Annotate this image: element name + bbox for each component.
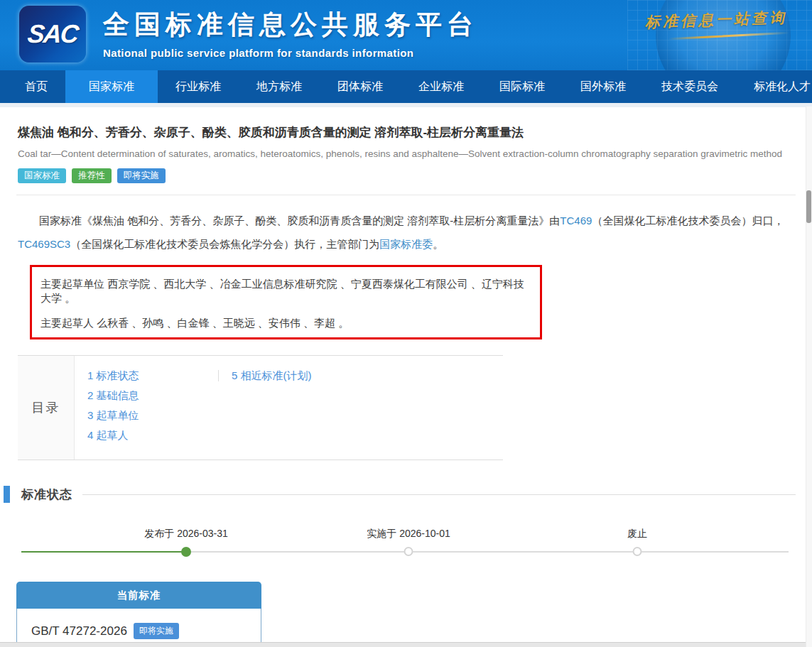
timeline-dot-abolished[interactable]	[633, 547, 642, 556]
intro-text-2: （全国煤化工标准化技术委员会）归口，	[592, 214, 784, 227]
drafting-people-line: 主要起草人 么秋香 、孙鸣 、白金锋 、王晓远 、安伟伟 、李超 。	[40, 316, 531, 330]
section-accent-bar	[4, 486, 10, 503]
drafting-units-label: 主要起草单位	[40, 278, 104, 290]
intro-paragraph: 国家标准《煤焦油 饱和分、芳香分、杂原子、酚类、胶质和沥青质含量的测定 溶剂萃取…	[18, 209, 794, 256]
table-of-contents: 目录 1 标准状态 2 基础信息 3 起草单位 4 起草人 5 相近标准(计划)	[18, 355, 503, 460]
toc-item-basic-info[interactable]: 2 基础信息	[87, 390, 218, 401]
section-heading-rule	[82, 494, 796, 495]
nav-item-local-standards[interactable]: 地方标准	[239, 70, 320, 103]
main-content: 煤焦油 饱和分、芳香分、杂原子、酚类、胶质和沥青质含量的测定 溶剂萃取-柱层析分…	[0, 124, 812, 647]
site-title-cn: 全国标准信息公共服务平台	[103, 7, 478, 43]
status-timeline: 发布于 2026-03-31 实施于 2026-10-01 废止	[21, 511, 789, 565]
drafting-people-label: 主要起草人	[40, 317, 94, 329]
nav-item-foreign-standards[interactable]: 国外标准	[563, 70, 644, 103]
nav-item-technical-committees[interactable]: 技术委员会	[644, 70, 736, 103]
standard-code-link[interactable]: GB/T 47272-2026	[31, 624, 127, 638]
standard-title-en: Coal tar—Content determination of satura…	[18, 147, 794, 161]
toc-column-1: 1 标准状态 2 基础信息 3 起草单位 4 起草人	[87, 370, 218, 441]
intro-text-1: 国家标准《煤焦油 饱和分、芳香分、杂原子、酚类、胶质和沥青质含量的测定 溶剂萃取…	[39, 214, 560, 227]
nav-separator	[0, 103, 812, 107]
nav-item-enterprise-standards[interactable]: 企业标准	[401, 70, 482, 103]
bottom-edge-band	[0, 642, 812, 647]
nav-item-industry-standards[interactable]: 行业标准	[158, 70, 239, 103]
sac-authority-link[interactable]: 国家标准委	[379, 238, 433, 250]
timeline-label-abolished: 废止	[627, 528, 647, 540]
tc469sc3-link[interactable]: TC469SC3	[18, 238, 70, 250]
nav-item-standardization-talent[interactable]: 标准化人才	[736, 70, 812, 103]
toc-body: 1 标准状态 2 基础信息 3 起草单位 4 起草人 5 相近标准(计划)	[75, 356, 503, 460]
badge-recommended: 推荐性	[72, 168, 112, 183]
toc-column-2: 5 相近标准(计划)	[218, 370, 312, 381]
timeline-label-implemented: 实施于 2026-10-01	[367, 528, 450, 540]
sac-logo[interactable]: SAC	[19, 6, 86, 62]
site-title-en: National public service platform for sta…	[103, 47, 478, 59]
timeline-dot-implemented[interactable]	[404, 547, 413, 556]
drafting-units-line: 主要起草单位 西京学院 、西北大学 、冶金工业信息标准研究院 、宁夏西泰煤化工有…	[40, 277, 531, 305]
sac-logo-text: SAC	[26, 19, 79, 49]
toc-item-drafting-units[interactable]: 3 起草单位	[87, 410, 218, 421]
drafting-units-value: 西京学院 、西北大学 、冶金工业信息标准研究院 、宁夏西泰煤化工有限公司 、辽宁…	[40, 278, 524, 304]
nav-item-group-standards[interactable]: 团体标准	[320, 70, 401, 103]
scrollbar-thumb[interactable]	[806, 190, 811, 223]
intro-text-3: （全国煤化工标准化技术委员会炼焦化学分会）执行，主管部门为	[70, 238, 379, 250]
current-standard-card: 当前标准 GB/T 47272-2026 即将实施 煤焦油 饱和分、芳香分、杂原…	[16, 582, 261, 647]
nav-item-international-standards[interactable]: 国际标准	[482, 70, 563, 103]
timeline-label-published: 发布于 2026-03-31	[144, 528, 228, 540]
tc469-link[interactable]: TC469	[560, 214, 592, 227]
site-header: SAC 全国标准信息公共服务平台 National public service…	[0, 0, 812, 70]
current-standard-card-body: GB/T 47272-2026 即将实施 煤焦油 饱和分、芳香分、杂原子、酚类、…	[16, 609, 261, 647]
drafting-highlight-box: 主要起草单位 西京学院 、西北大学 、冶金工业信息标准研究院 、宁夏西泰煤化工有…	[30, 265, 542, 339]
drafting-people-value: 么秋香 、孙鸣 、白金锋 、王晓远 、安伟伟 、李超 。	[97, 317, 349, 329]
main-nav: 首页 国家标准 行业标准 地方标准 团体标准 企业标准 国际标准 国外标准 技术…	[0, 70, 812, 103]
badge-national-standard: 国家标准	[18, 168, 66, 183]
card-badge-upcoming: 即将实施	[134, 623, 179, 639]
toc-item-standard-status[interactable]: 1 标准状态	[87, 370, 218, 381]
timeline-progress	[21, 551, 186, 553]
badge-upcoming: 即将实施	[117, 168, 166, 183]
intro-text-4: 。	[433, 238, 443, 250]
current-standard-card-header: 当前标准	[16, 582, 261, 609]
nav-item-national-standards[interactable]: 国家标准	[65, 70, 158, 103]
toc-item-drafters[interactable]: 4 起草人	[87, 430, 218, 441]
toc-item-similar-standards[interactable]: 5 相近标准(计划)	[232, 370, 312, 381]
nav-item-home[interactable]: 首页	[7, 70, 65, 103]
timeline-dot-published[interactable]	[181, 547, 191, 557]
site-titles: 全国标准信息公共服务平台 National public service pla…	[103, 7, 478, 59]
status-section-heading: 标准状态	[0, 486, 812, 503]
vertical-scrollbar[interactable]	[806, 107, 812, 647]
standard-title-cn: 煤焦油 饱和分、芳香分、杂原子、酚类、胶质和沥青质含量的测定 溶剂萃取-柱层析分…	[18, 124, 794, 141]
standard-code-row: GB/T 47272-2026 即将实施	[31, 623, 247, 639]
standard-badges: 国家标准 推荐性 即将实施	[18, 168, 794, 183]
status-section-title: 标准状态	[21, 486, 72, 503]
title-divider	[16, 195, 796, 195]
toc-label: 目录	[18, 356, 75, 460]
